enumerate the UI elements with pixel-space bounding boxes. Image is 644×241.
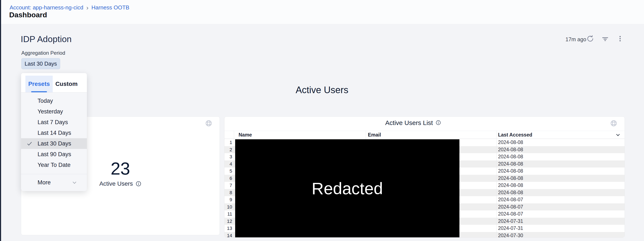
redacted-label: Redacted (312, 179, 383, 198)
breadcrumb-account-link[interactable]: Account: app-harness-ng-cicd (10, 4, 83, 11)
last-accessed-cell: 2024-07-31 (498, 225, 523, 232)
column-header-last-accessed: Last Accessed (498, 131, 532, 139)
aggregation-period-button[interactable]: Last 30 Days (21, 58, 60, 69)
row-number: 8 (224, 189, 232, 196)
preset-more-button[interactable]: More (21, 174, 87, 191)
last-accessed-cell: 2024-08-08 (498, 189, 523, 196)
table-card-title: Active Users List (385, 119, 433, 126)
column-header-name: Name (238, 131, 252, 139)
row-number: 6 (224, 175, 232, 182)
last-accessed-cell: 2024-07-31 (498, 218, 523, 225)
last-accessed-cell: 2024-08-08 (498, 175, 523, 182)
row-number: 2 (224, 146, 232, 153)
preset-item-last-7-days[interactable]: Last 7 Days (21, 117, 87, 128)
check-icon (27, 141, 32, 147)
row-number: 14 (224, 232, 232, 238)
preset-item-label: Last 30 Days (38, 140, 71, 147)
row-number: 5 (224, 167, 232, 175)
top-header: Account: app-harness-ng-cicd › Harness O… (0, 0, 644, 24)
last-accessed-cell: 2024-08-08 (498, 146, 523, 153)
active-users-metric-label: Active Users (99, 180, 133, 187)
breadcrumb-separator-icon: › (86, 5, 88, 11)
collapsed-sidebar-edge (0, 0, 1, 241)
last-accessed-cell: 2024-08-08 (498, 153, 523, 160)
more-vertical-icon[interactable] (616, 35, 624, 43)
period-dropdown: Presets Custom Today Yesterday Last 7 Da… (21, 73, 87, 191)
info-icon[interactable] (436, 120, 442, 126)
table-header-row: Name Email Last Accessed (224, 131, 624, 139)
info-icon[interactable] (136, 181, 142, 187)
preset-item-yesterday[interactable]: Yesterday (21, 106, 87, 117)
breadcrumb: Account: app-harness-ng-cicd › Harness O… (10, 4, 129, 11)
last-updated-label: 17m ago (566, 36, 586, 43)
preset-item-year-to-date[interactable]: Year To Date (21, 160, 87, 170)
section-title-active-users: Active Users (0, 85, 644, 95)
row-number: 11 (224, 210, 232, 218)
last-accessed-cell: 2024-08-08 (498, 167, 523, 175)
refresh-icon[interactable] (586, 35, 594, 43)
row-number: 9 (224, 196, 232, 203)
breadcrumb-harness-ootb-link[interactable]: Harness OOTB (91, 4, 129, 11)
last-accessed-cell: 2024-07-30 (498, 232, 523, 238)
row-number: 4 (224, 160, 232, 168)
last-accessed-cell: 2024-08-08 (498, 139, 523, 146)
row-number: 3 (224, 153, 232, 160)
preset-item-last-90-days[interactable]: Last 90 Days (21, 149, 87, 160)
tab-presets[interactable]: Presets (26, 76, 53, 92)
chevron-down-icon (72, 180, 78, 186)
row-number: 12 (224, 218, 232, 225)
last-accessed-cell: 2024-08-08 (498, 182, 523, 189)
filter-icon[interactable] (601, 35, 609, 43)
tab-custom[interactable]: Custom (53, 76, 80, 92)
column-header-email: Email (368, 131, 381, 139)
last-accessed-cell: 2024-08-07 (498, 196, 523, 203)
last-accessed-cell: 2024-08-07 (498, 203, 523, 211)
last-accessed-cell: 2024-08-07 (498, 210, 523, 218)
redacted-overlay: Redacted (235, 139, 460, 237)
preset-more-label: More (38, 179, 51, 186)
page-title: Dashboard (9, 11, 47, 19)
globe-icon (610, 120, 617, 127)
active-users-list-card: Active Users List Name Email Last Access… (224, 116, 625, 237)
row-number: 10 (224, 203, 232, 211)
preset-list: Today Yesterday Last 7 Days Last 14 Days… (21, 93, 87, 191)
preset-item-last-30-days[interactable]: Last 30 Days (21, 138, 87, 149)
preset-item-today[interactable]: Today (21, 96, 87, 106)
last-accessed-cell: 2024-08-08 (498, 160, 523, 168)
column-divider (496, 131, 496, 237)
aggregation-period-label: Aggregation Period (21, 50, 65, 56)
row-number: 13 (224, 225, 232, 232)
preset-item-last-14-days[interactable]: Last 14 Days (21, 128, 87, 138)
row-number: 7 (224, 182, 232, 189)
globe-icon (205, 120, 212, 127)
row-number: 1 (224, 139, 232, 146)
column-divider (234, 131, 234, 237)
dashboard-title: IDP Adoption (21, 34, 72, 44)
chevron-down-icon[interactable] (615, 132, 621, 138)
period-dropdown-tabs: Presets Custom (21, 73, 87, 93)
